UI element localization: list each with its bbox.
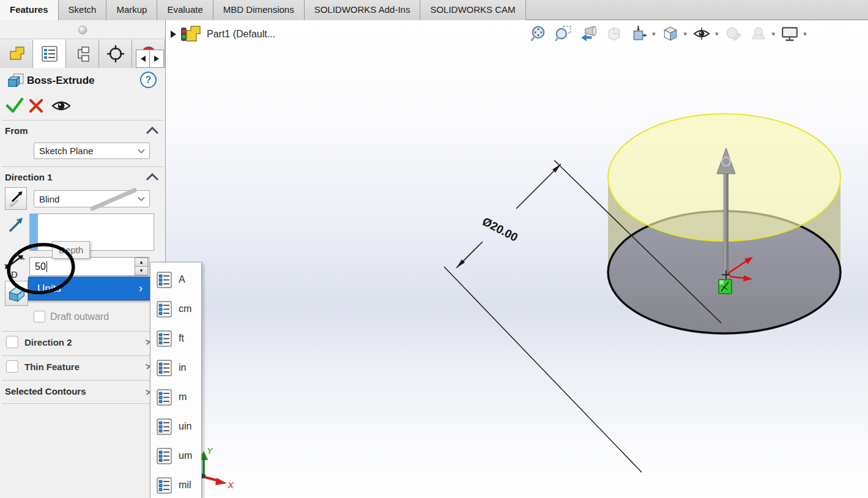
ribbon-tab[interactable]: Features (0, 0, 59, 20)
panel-grip-handle[interactable] (78, 26, 87, 34)
scroll-right-button[interactable] (150, 50, 164, 68)
display-style-icon (692, 25, 711, 42)
panel-tab-scroll (136, 50, 164, 68)
chevron-down-icon (138, 196, 149, 202)
unit-list-icon (157, 360, 172, 376)
units-menu-item[interactable]: Units › (28, 277, 150, 300)
draft-button[interactable] (5, 281, 28, 306)
tree-root-label[interactable]: Part1 (Default... (207, 29, 275, 40)
ribbon-tab[interactable]: Sketch (59, 0, 107, 20)
sketch-origin-icon[interactable] (719, 280, 732, 294)
view-orientation-icon (662, 25, 679, 42)
previous-view-icon (580, 25, 597, 42)
panel-grip-strip (0, 20, 165, 39)
section-view-icon (605, 25, 622, 42)
3d-drawing-view-dropdown[interactable]: ▾ (652, 30, 656, 38)
graphics-area[interactable]: Ø20.00 (165, 20, 868, 498)
3d-drawing-view-button[interactable] (628, 23, 649, 44)
unit-list-icon (157, 301, 172, 318)
zoom-to-fit-icon (530, 25, 547, 42)
view-settings-icon (781, 25, 799, 42)
unit-list-icon (157, 448, 172, 464)
display-style-dropdown[interactable]: ▾ (715, 30, 719, 38)
unit-list-icon (157, 330, 172, 347)
tree-expand-icon[interactable] (171, 31, 176, 38)
chevron-down-icon (138, 148, 149, 154)
units-option[interactable]: A (150, 265, 201, 294)
edit-appearance-button (723, 23, 744, 44)
units-submenu: A cm (150, 262, 202, 498)
direction2-section-label: Direction 2 (24, 337, 72, 347)
units-option[interactable]: um (150, 441, 201, 470)
ribbon-tab[interactable]: Markup (106, 0, 157, 20)
direction2-checkbox[interactable] (6, 336, 18, 348)
help-button[interactable]: ? (140, 72, 157, 88)
view-settings-button[interactable] (779, 23, 800, 44)
scroll-left-button[interactable] (136, 50, 150, 68)
configurations-icon (74, 45, 91, 62)
tab-property-manager[interactable] (33, 40, 66, 68)
selection-listbox[interactable] (29, 214, 154, 251)
solidworks-window: Features Sketch Markup Evaluate MBD Dime… (0, 0, 868, 498)
tab-dimxpert-manager[interactable] (99, 40, 132, 68)
collapse-from-icon[interactable] (146, 127, 159, 135)
feature-title: Boss-Extrude (27, 75, 95, 87)
draft-outward-checkbox[interactable] (34, 311, 45, 322)
previous-view-button[interactable] (578, 23, 599, 44)
boss-extrude-icon (7, 73, 25, 90)
divider (2, 166, 163, 167)
zoom-to-area-button[interactable] (553, 23, 574, 44)
part-icon (7, 45, 26, 62)
units-option[interactable]: mil (150, 470, 201, 498)
collapse-direction1-icon[interactable] (146, 173, 159, 181)
start-condition-dropdown[interactable]: Sketch Plane (34, 143, 150, 159)
divider (2, 120, 163, 121)
spin-down-button[interactable]: ▼ (135, 267, 148, 275)
units-option[interactable]: cm (150, 294, 201, 324)
thin-feature-checkbox[interactable] (6, 360, 18, 373)
ribbon-tab[interactable]: MBD Dimensions (213, 0, 305, 20)
unit-list-icon (157, 272, 172, 288)
ribbon-tab-bar: Features Sketch Markup Evaluate MBD Dime… (0, 0, 868, 20)
display-style-button[interactable] (691, 23, 712, 44)
depth-input[interactable]: 50 ▲ ▼ (29, 257, 149, 276)
units-option[interactable]: m (150, 382, 201, 412)
view-settings-dropdown[interactable]: ▾ (803, 30, 807, 38)
units-option[interactable]: uin (150, 412, 201, 441)
text-caret (46, 261, 47, 272)
apply-scene-dropdown[interactable]: ▾ (772, 30, 776, 38)
property-manager-panel: Boss-Extrude ? From (0, 20, 165, 498)
reverse-direction-button[interactable] (5, 187, 27, 210)
depth-icon: D (1, 252, 28, 280)
view-orientation-dropdown[interactable]: ▾ (684, 30, 688, 38)
ok-button[interactable] (6, 97, 24, 113)
direction1-section-label: Direction 1 (5, 172, 53, 182)
depth-value: 50 (30, 261, 46, 272)
from-section-label: From (5, 125, 28, 136)
units-option[interactable]: in (150, 353, 201, 382)
reference-triad: Y X (199, 446, 234, 490)
tab-configuration-manager[interactable] (66, 40, 99, 68)
ribbon-tab[interactable]: SOLIDWORKS CAM (420, 0, 525, 20)
flyout-feature-tree: Part1 (Default... (171, 25, 275, 43)
spin-up-button[interactable]: ▲ (135, 258, 148, 267)
depth-icon-letter: D (11, 269, 18, 280)
zoom-to-fit-button[interactable] (528, 23, 549, 44)
view-orientation-button[interactable] (660, 23, 681, 44)
property-list-icon (41, 45, 58, 62)
depth-tooltip: Depth (52, 241, 90, 259)
divider (2, 403, 163, 404)
cancel-button[interactable] (29, 98, 43, 113)
preview-eye-button[interactable] (51, 98, 72, 113)
end-condition-dropdown[interactable]: Blind (34, 190, 150, 207)
right-arrow-icon (154, 56, 159, 62)
model-scene: Ø20.00 (166, 20, 868, 498)
ribbon-tab[interactable]: Evaluate (157, 0, 213, 20)
left-arrow-icon (141, 56, 146, 62)
selected-contours-section-label: Selected Contours (5, 386, 86, 396)
target-icon (106, 45, 125, 63)
units-option[interactable]: ft (150, 324, 201, 353)
submenu-arrow-icon: › (139, 282, 150, 295)
ribbon-tab[interactable]: SOLIDWORKS Add-Ins (305, 0, 421, 20)
tab-feature-manager[interactable] (0, 40, 33, 68)
